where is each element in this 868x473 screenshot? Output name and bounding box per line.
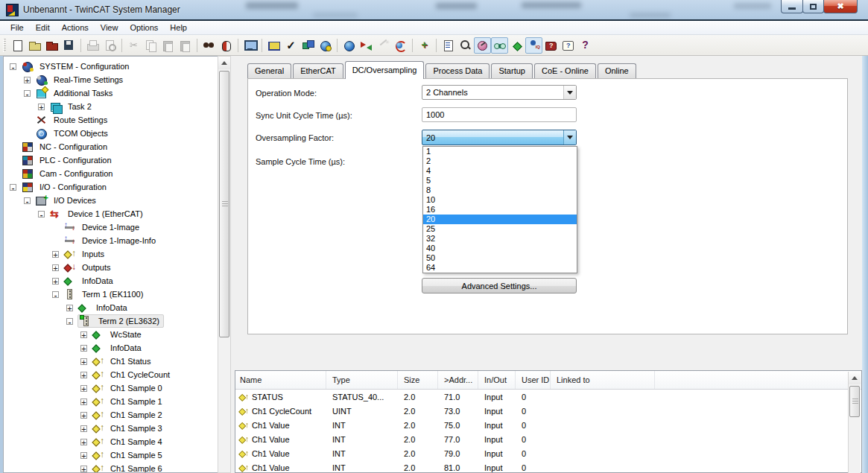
collapse-icon[interactable] [10,63,16,70]
infosys-button[interactable] [542,37,560,54]
copy-button[interactable] [142,37,159,54]
expand-icon[interactable] [66,305,73,311]
dropdown-option-20-selected[interactable]: 20 [423,215,577,224]
grid-row-ch1-value-2[interactable]: ↑Ch1 Value INT 2.0 77.0 Input 0 [235,432,861,446]
tab-ethercat[interactable]: EtherCAT [293,63,343,78]
generate-mappings-button[interactable] [300,37,317,54]
choose-target-button[interactable] [241,37,259,54]
reload-devices-button[interactable] [392,37,409,54]
io-properties-button[interactable] [265,37,282,54]
tree-item-ch1-sample-5[interactable]: ↑Ch1 Sample 5 [4,448,218,462]
variable-button[interactable] [508,37,525,54]
tree-item-infodata-term2[interactable]: InfoData [4,341,218,355]
collapse-icon[interactable] [24,197,31,204]
column-user-id[interactable]: User ID [516,371,551,389]
tree-item-io-configuration[interactable]: I/O - Configuration [4,180,218,194]
tree-item-route-settings[interactable]: Route Settings [4,113,218,127]
tree-scrollbar-thumb[interactable] [219,71,229,337]
tree-item-ch1-status[interactable]: ↑Ch1 Status [4,355,218,368]
expand-icon[interactable] [24,77,31,83]
magic-wand-button[interactable] [375,37,392,54]
tree-item-term-2-el3632[interactable]: Term 2 (EL3632) [4,314,218,328]
tree-item-plc-configuration[interactable]: PLC - Configuration [4,153,218,167]
chevron-down-icon[interactable] [563,130,576,145]
open-file-button[interactable] [26,37,43,54]
grid-row-status[interactable]: ↑STATUS STATUS_40... 2.0 71.0 Input 0 [235,390,861,404]
expand-icon[interactable] [80,358,87,365]
tree-scrollbar[interactable] [218,56,231,473]
tree-item-ch1-cyclecount[interactable]: ↑Ch1 CycleCount [4,368,218,381]
chevron-down-icon[interactable] [563,86,576,99]
tab-process-data[interactable]: Process Data [425,63,490,78]
column-name[interactable]: Name [235,371,326,389]
about-button[interactable]: ? [577,37,594,54]
expand-icon[interactable] [38,104,45,110]
grid-row-ch1-value-3[interactable]: ↑Ch1 Value INT 2.0 79.0 Input 0 [235,446,861,460]
exchange-variables-button[interactable] [358,37,375,54]
menu-options[interactable]: Options [124,22,164,34]
open-project-button[interactable] [43,37,60,54]
expand-icon[interactable] [80,452,87,459]
collapse-icon[interactable] [38,211,45,218]
column-size[interactable]: Size [398,371,438,389]
tree-item-ch1-sample-4[interactable]: ↑Ch1 Sample 4 [4,435,218,448]
oversampling-factor-select[interactable]: 20 [422,130,577,145]
print-button[interactable] [84,37,101,54]
save-button[interactable] [60,37,77,54]
tree-item-inputs[interactable]: ↑Inputs [4,247,218,261]
operation-mode-select[interactable]: 2 Channels [422,85,577,100]
tree-item-ch1-sample-0[interactable]: ↑Ch1 Sample 0 [4,381,218,395]
grid-scrollbar[interactable] [848,372,861,473]
tree-item-task-2[interactable]: Task 2 [4,100,218,113]
tree-item-infodata[interactable]: InfoData [4,274,218,288]
close-button[interactable]: ✖ [823,0,858,13]
grid-row-ch1-value-1[interactable]: ↑Ch1 Value INT 2.0 75.0 Input 0 [235,418,861,432]
tree-item-ch1-sample-2[interactable]: ↑Ch1 Sample 2 [4,408,218,422]
expand-icon[interactable] [52,278,59,285]
tab-coe-online[interactable]: CoE - Online [534,63,596,78]
dropdown-option-32[interactable]: 32 [423,234,577,244]
print-preview-button[interactable] [101,37,118,54]
column-linked-to[interactable]: Linked to [551,371,655,389]
dropdown-option-16[interactable]: 16 [423,205,577,215]
tab-startup[interactable]: Startup [491,63,532,78]
tree-item-wcstate[interactable]: WcState [4,328,218,341]
zoom-button[interactable] [457,37,474,54]
collapse-icon[interactable] [52,291,59,298]
tree-item-device-1-image[interactable]: ↑↓Device 1-Image [4,220,218,234]
tree-item-outputs[interactable]: ↓Outputs [4,261,218,274]
paste-button[interactable] [159,37,177,54]
toolbar-grip[interactable] [3,39,6,52]
find-button[interactable] [200,37,218,54]
sync-unit-cycle-time-input[interactable]: 1000 [422,107,577,122]
tree-item-additional-tasks[interactable]: Additional Tasks [4,86,218,100]
properties-button[interactable] [440,37,457,54]
tree-item-cam-configuration[interactable]: Cam - Configuration [4,167,218,180]
expand-icon[interactable] [80,425,87,432]
scan-devices-button[interactable] [340,37,358,54]
dropdown-option-1[interactable]: 1 [423,147,577,156]
tree-item-term-1-ek1100[interactable]: Term 1 (EK1100) [4,288,218,301]
tree-item-infodata-term1[interactable]: InfoData [4,301,218,314]
expand-icon[interactable] [80,399,87,405]
tab-general[interactable]: General [247,63,291,78]
cut-button[interactable]: ✂ [125,37,142,54]
dropdown-option-25[interactable]: 25 [423,224,577,234]
menu-file[interactable]: File [4,22,30,34]
show-online-button[interactable] [491,37,508,54]
menu-edit[interactable]: Edit [30,22,56,34]
expand-icon[interactable] [80,345,87,352]
tab-online[interactable]: Online [598,63,636,78]
column-inout[interactable]: In/Out [478,371,516,389]
expand-icon[interactable] [52,251,59,258]
tree-item-device-1-image-info[interactable]: ↑↓Device 1-Image-Info [4,234,218,247]
tree-item-realtime-settings[interactable]: Real-Time Settings [4,73,218,86]
grid-row-ch1-cyclecount[interactable]: ↑Ch1 CycleCount UINT 2.0 73.0 Input 0 [235,404,861,418]
dropdown-option-50[interactable]: 50 [423,253,577,263]
user-scan-button[interactable] [317,37,334,54]
minimize-button[interactable] [781,0,803,13]
expand-icon[interactable] [80,372,87,378]
dropdown-option-10[interactable]: 10 [423,195,577,205]
dropdown-option-40[interactable]: 40 [423,244,577,253]
dropdown-option-8[interactable]: 8 [423,185,577,195]
